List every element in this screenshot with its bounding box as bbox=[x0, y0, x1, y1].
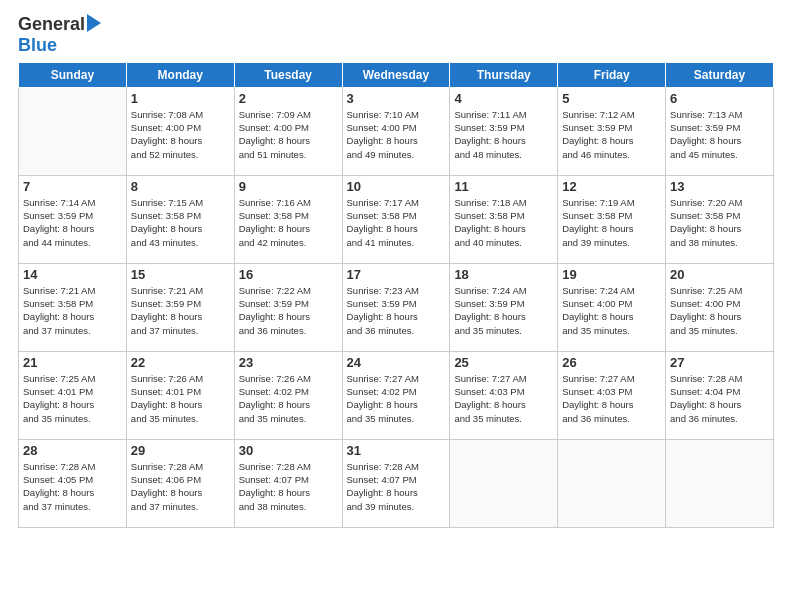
day-info: Sunrise: 7:26 AM Sunset: 4:02 PM Dayligh… bbox=[239, 372, 338, 425]
calendar-week-row: 7Sunrise: 7:14 AM Sunset: 3:59 PM Daylig… bbox=[19, 175, 774, 263]
day-number: 20 bbox=[670, 267, 769, 282]
day-info: Sunrise: 7:13 AM Sunset: 3:59 PM Dayligh… bbox=[670, 108, 769, 161]
calendar-day-cell: 27Sunrise: 7:28 AM Sunset: 4:04 PM Dayli… bbox=[666, 351, 774, 439]
calendar-weekday-tuesday: Tuesday bbox=[234, 62, 342, 87]
day-info: Sunrise: 7:17 AM Sunset: 3:58 PM Dayligh… bbox=[347, 196, 446, 249]
day-number: 1 bbox=[131, 91, 230, 106]
calendar-day-cell: 24Sunrise: 7:27 AM Sunset: 4:02 PM Dayli… bbox=[342, 351, 450, 439]
calendar-day-cell: 14Sunrise: 7:21 AM Sunset: 3:58 PM Dayli… bbox=[19, 263, 127, 351]
day-info: Sunrise: 7:24 AM Sunset: 4:00 PM Dayligh… bbox=[562, 284, 661, 337]
day-number: 31 bbox=[347, 443, 446, 458]
calendar-weekday-thursday: Thursday bbox=[450, 62, 558, 87]
day-number: 13 bbox=[670, 179, 769, 194]
calendar-day-cell: 28Sunrise: 7:28 AM Sunset: 4:05 PM Dayli… bbox=[19, 439, 127, 527]
day-info: Sunrise: 7:25 AM Sunset: 4:00 PM Dayligh… bbox=[670, 284, 769, 337]
day-info: Sunrise: 7:16 AM Sunset: 3:58 PM Dayligh… bbox=[239, 196, 338, 249]
day-info: Sunrise: 7:27 AM Sunset: 4:03 PM Dayligh… bbox=[562, 372, 661, 425]
calendar-weekday-saturday: Saturday bbox=[666, 62, 774, 87]
day-number: 7 bbox=[23, 179, 122, 194]
calendar-day-cell: 6Sunrise: 7:13 AM Sunset: 3:59 PM Daylig… bbox=[666, 87, 774, 175]
calendar-weekday-sunday: Sunday bbox=[19, 62, 127, 87]
calendar-week-row: 21Sunrise: 7:25 AM Sunset: 4:01 PM Dayli… bbox=[19, 351, 774, 439]
day-info: Sunrise: 7:19 AM Sunset: 3:58 PM Dayligh… bbox=[562, 196, 661, 249]
day-number: 11 bbox=[454, 179, 553, 194]
logo-blue: Blue bbox=[18, 36, 57, 56]
calendar-day-cell: 11Sunrise: 7:18 AM Sunset: 3:58 PM Dayli… bbox=[450, 175, 558, 263]
day-number: 8 bbox=[131, 179, 230, 194]
calendar-day-cell bbox=[450, 439, 558, 527]
day-info: Sunrise: 7:09 AM Sunset: 4:00 PM Dayligh… bbox=[239, 108, 338, 161]
day-info: Sunrise: 7:28 AM Sunset: 4:04 PM Dayligh… bbox=[670, 372, 769, 425]
calendar-day-cell bbox=[666, 439, 774, 527]
calendar-day-cell: 20Sunrise: 7:25 AM Sunset: 4:00 PM Dayli… bbox=[666, 263, 774, 351]
day-info: Sunrise: 7:28 AM Sunset: 4:05 PM Dayligh… bbox=[23, 460, 122, 513]
calendar-day-cell: 23Sunrise: 7:26 AM Sunset: 4:02 PM Dayli… bbox=[234, 351, 342, 439]
day-number: 16 bbox=[239, 267, 338, 282]
day-info: Sunrise: 7:10 AM Sunset: 4:00 PM Dayligh… bbox=[347, 108, 446, 161]
calendar-day-cell: 3Sunrise: 7:10 AM Sunset: 4:00 PM Daylig… bbox=[342, 87, 450, 175]
calendar-day-cell: 12Sunrise: 7:19 AM Sunset: 3:58 PM Dayli… bbox=[558, 175, 666, 263]
calendar-week-row: 1Sunrise: 7:08 AM Sunset: 4:00 PM Daylig… bbox=[19, 87, 774, 175]
calendar-day-cell bbox=[558, 439, 666, 527]
day-info: Sunrise: 7:25 AM Sunset: 4:01 PM Dayligh… bbox=[23, 372, 122, 425]
calendar-day-cell: 30Sunrise: 7:28 AM Sunset: 4:07 PM Dayli… bbox=[234, 439, 342, 527]
day-info: Sunrise: 7:08 AM Sunset: 4:00 PM Dayligh… bbox=[131, 108, 230, 161]
calendar-day-cell: 18Sunrise: 7:24 AM Sunset: 3:59 PM Dayli… bbox=[450, 263, 558, 351]
calendar-day-cell: 2Sunrise: 7:09 AM Sunset: 4:00 PM Daylig… bbox=[234, 87, 342, 175]
day-info: Sunrise: 7:20 AM Sunset: 3:58 PM Dayligh… bbox=[670, 196, 769, 249]
calendar-day-cell: 19Sunrise: 7:24 AM Sunset: 4:00 PM Dayli… bbox=[558, 263, 666, 351]
day-info: Sunrise: 7:23 AM Sunset: 3:59 PM Dayligh… bbox=[347, 284, 446, 337]
day-number: 23 bbox=[239, 355, 338, 370]
calendar-day-cell: 29Sunrise: 7:28 AM Sunset: 4:06 PM Dayli… bbox=[126, 439, 234, 527]
calendar-weekday-monday: Monday bbox=[126, 62, 234, 87]
logo-text-block: General Blue bbox=[18, 14, 101, 56]
day-info: Sunrise: 7:22 AM Sunset: 3:59 PM Dayligh… bbox=[239, 284, 338, 337]
day-number: 14 bbox=[23, 267, 122, 282]
day-info: Sunrise: 7:28 AM Sunset: 4:06 PM Dayligh… bbox=[131, 460, 230, 513]
day-info: Sunrise: 7:15 AM Sunset: 3:58 PM Dayligh… bbox=[131, 196, 230, 249]
day-info: Sunrise: 7:27 AM Sunset: 4:02 PM Dayligh… bbox=[347, 372, 446, 425]
calendar-header-row: SundayMondayTuesdayWednesdayThursdayFrid… bbox=[19, 62, 774, 87]
logo-general: General bbox=[18, 15, 85, 35]
day-info: Sunrise: 7:28 AM Sunset: 4:07 PM Dayligh… bbox=[239, 460, 338, 513]
day-info: Sunrise: 7:11 AM Sunset: 3:59 PM Dayligh… bbox=[454, 108, 553, 161]
calendar-day-cell: 4Sunrise: 7:11 AM Sunset: 3:59 PM Daylig… bbox=[450, 87, 558, 175]
day-info: Sunrise: 7:14 AM Sunset: 3:59 PM Dayligh… bbox=[23, 196, 122, 249]
day-number: 21 bbox=[23, 355, 122, 370]
calendar-day-cell: 7Sunrise: 7:14 AM Sunset: 3:59 PM Daylig… bbox=[19, 175, 127, 263]
day-number: 15 bbox=[131, 267, 230, 282]
calendar-day-cell: 9Sunrise: 7:16 AM Sunset: 3:58 PM Daylig… bbox=[234, 175, 342, 263]
day-number: 27 bbox=[670, 355, 769, 370]
calendar-week-row: 28Sunrise: 7:28 AM Sunset: 4:05 PM Dayli… bbox=[19, 439, 774, 527]
calendar-day-cell: 22Sunrise: 7:26 AM Sunset: 4:01 PM Dayli… bbox=[126, 351, 234, 439]
day-number: 29 bbox=[131, 443, 230, 458]
calendar-day-cell: 13Sunrise: 7:20 AM Sunset: 3:58 PM Dayli… bbox=[666, 175, 774, 263]
day-number: 5 bbox=[562, 91, 661, 106]
calendar-day-cell: 8Sunrise: 7:15 AM Sunset: 3:58 PM Daylig… bbox=[126, 175, 234, 263]
header: General Blue bbox=[18, 10, 774, 56]
calendar-day-cell: 21Sunrise: 7:25 AM Sunset: 4:01 PM Dayli… bbox=[19, 351, 127, 439]
logo: General Blue bbox=[18, 14, 101, 56]
day-number: 25 bbox=[454, 355, 553, 370]
day-number: 22 bbox=[131, 355, 230, 370]
day-info: Sunrise: 7:21 AM Sunset: 3:59 PM Dayligh… bbox=[131, 284, 230, 337]
calendar-day-cell: 10Sunrise: 7:17 AM Sunset: 3:58 PM Dayli… bbox=[342, 175, 450, 263]
calendar-day-cell: 31Sunrise: 7:28 AM Sunset: 4:07 PM Dayli… bbox=[342, 439, 450, 527]
day-number: 3 bbox=[347, 91, 446, 106]
calendar-week-row: 14Sunrise: 7:21 AM Sunset: 3:58 PM Dayli… bbox=[19, 263, 774, 351]
calendar-weekday-wednesday: Wednesday bbox=[342, 62, 450, 87]
day-info: Sunrise: 7:21 AM Sunset: 3:58 PM Dayligh… bbox=[23, 284, 122, 337]
calendar-day-cell: 15Sunrise: 7:21 AM Sunset: 3:59 PM Dayli… bbox=[126, 263, 234, 351]
day-number: 17 bbox=[347, 267, 446, 282]
day-info: Sunrise: 7:24 AM Sunset: 3:59 PM Dayligh… bbox=[454, 284, 553, 337]
day-number: 10 bbox=[347, 179, 446, 194]
day-number: 2 bbox=[239, 91, 338, 106]
day-number: 28 bbox=[23, 443, 122, 458]
calendar-day-cell: 1Sunrise: 7:08 AM Sunset: 4:00 PM Daylig… bbox=[126, 87, 234, 175]
calendar-day-cell: 17Sunrise: 7:23 AM Sunset: 3:59 PM Dayli… bbox=[342, 263, 450, 351]
day-number: 6 bbox=[670, 91, 769, 106]
day-info: Sunrise: 7:27 AM Sunset: 4:03 PM Dayligh… bbox=[454, 372, 553, 425]
page: General Blue SundayMondayTuesdayWednesda… bbox=[0, 0, 792, 612]
day-number: 26 bbox=[562, 355, 661, 370]
calendar-day-cell: 5Sunrise: 7:12 AM Sunset: 3:59 PM Daylig… bbox=[558, 87, 666, 175]
